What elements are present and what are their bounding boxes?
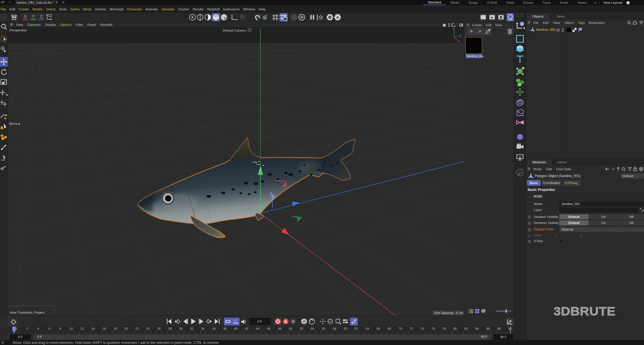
svg-text:Grid Spacing : 5 cm: Grid Spacing : 5 cm — [434, 311, 463, 315]
svg-text:Y: Y — [453, 28, 455, 31]
svg-text:Move: Move — [9, 122, 17, 125]
svg-text:A: A — [336, 15, 339, 20]
svg-text:A: A — [284, 319, 287, 324]
svg-text:X: X — [24, 14, 27, 19]
svg-text:X: X — [458, 40, 460, 43]
svg-text:Default Camera: Default Camera — [223, 29, 246, 32]
svg-text:A: A — [235, 319, 236, 322]
svg-text:Z: Z — [460, 34, 461, 38]
svg-text:View Transform: Project: View Transform: Project — [9, 311, 45, 314]
svg-text:Z: Z — [40, 14, 43, 19]
svg-text:✥: ✥ — [18, 122, 20, 126]
svg-text:Y: Y — [32, 14, 35, 19]
svg-text:Perspective: Perspective — [9, 28, 27, 32]
